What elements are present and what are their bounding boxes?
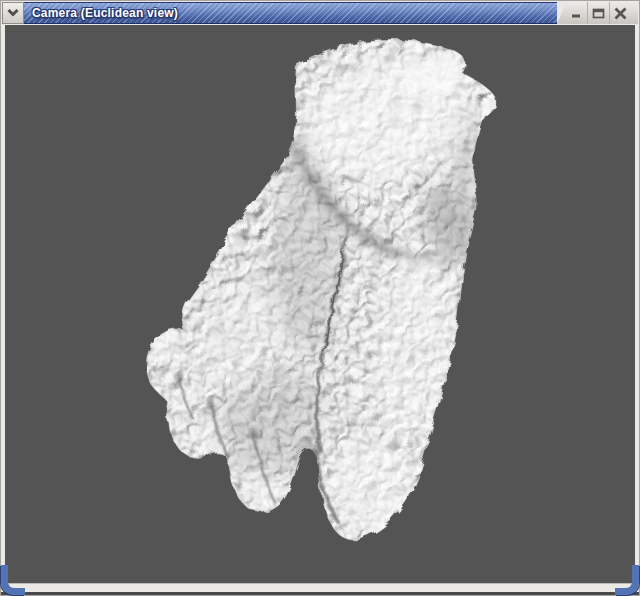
titlebar[interactable]: Camera (Euclidean view) (2, 2, 638, 24)
minimize-button[interactable] (566, 2, 587, 24)
resize-corner-left[interactable] (1, 565, 25, 595)
maximize-button[interactable] (587, 2, 609, 24)
camera-window: Camera (Euclidean view) (0, 0, 640, 596)
window-controls (557, 2, 638, 24)
titlebar-drag-area[interactable]: Camera (Euclidean view) (24, 2, 557, 24)
window-menu-button[interactable] (2, 2, 24, 24)
window-title: Camera (Euclidean view) (24, 6, 178, 20)
3d-viewport[interactable] (5, 25, 635, 584)
close-button[interactable] (609, 2, 631, 24)
close-icon (614, 7, 627, 20)
foot-mesh (5, 25, 635, 584)
chevron-down-icon (6, 8, 20, 18)
foot-mesh-group (144, 36, 494, 538)
maximize-icon (592, 7, 605, 20)
window-bottom-edge (1, 592, 639, 595)
minimize-icon (570, 7, 583, 20)
resize-corner-right[interactable] (615, 565, 639, 595)
